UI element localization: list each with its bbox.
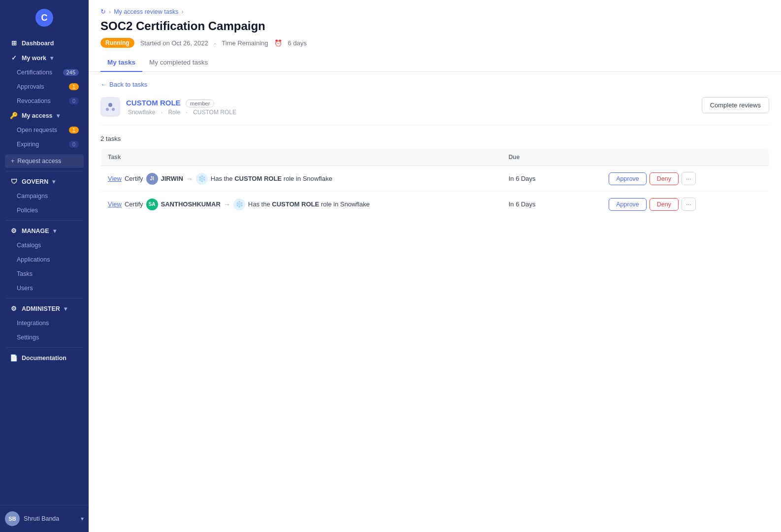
approve-button-2[interactable]: Approve <box>609 198 647 211</box>
role-details: CUSTOM ROLE member Snowflake · Role · CU… <box>126 99 238 116</box>
main-content: ↻ › My access review tasks › SOC2 Certif… <box>89 0 781 532</box>
tab-my-tasks[interactable]: My tasks <box>100 54 142 72</box>
more-button-1[interactable]: ··· <box>682 172 696 185</box>
sidebar-item-catalogs[interactable]: Catalogs <box>3 238 86 252</box>
sidebar-item-certifications[interactable]: Certifications 245 <box>3 66 86 79</box>
task-cell-2: View Certify SA SANTHOSHKUMAR → ❄️ Has t… <box>101 192 502 217</box>
deny-button-2[interactable]: Deny <box>650 198 679 211</box>
mywork-icon: ✓ <box>10 54 18 62</box>
col-due: Due <box>502 149 602 166</box>
actions-cell-2: Approve Deny ··· <box>602 192 769 217</box>
request-access-button[interactable]: + Request access <box>5 154 84 168</box>
sidebar-item-documentation[interactable]: 📄 Documentation <box>3 351 86 365</box>
col-task: Task <box>101 149 502 166</box>
chevron-down-icon: ▾ <box>64 305 67 312</box>
myaccess-icon: 🔑 <box>10 112 18 119</box>
tasks-count: 2 tasks <box>100 135 769 142</box>
action-buttons-2: Approve Deny ··· <box>609 198 762 211</box>
breadcrumb-sep2: › <box>181 8 183 15</box>
sidebar-item-settings[interactable]: Settings <box>3 331 86 344</box>
actions-cell-1: Approve Deny ··· <box>602 166 769 192</box>
sidebar-item-policies[interactable]: Policies <box>3 203 86 217</box>
manage-icon: ⚙ <box>10 227 18 234</box>
started-label: Started on Oct 26, 2022 <box>140 39 208 47</box>
user-avatar-2: SA <box>146 199 158 210</box>
complete-reviews-button[interactable]: Complete reviews <box>702 97 769 113</box>
sidebar-item-label: MANAGE <box>22 228 49 234</box>
sidebar-label: Approvals <box>17 83 44 90</box>
page-title: SOC2 Certification Campaign <box>100 19 769 33</box>
nav-divider <box>6 298 83 299</box>
task-cell-1: View Certify JI JIRWIN → ❄️ Has the CUST… <box>101 166 502 192</box>
more-button-2[interactable]: ··· <box>682 198 696 211</box>
certify-label-2: Certify <box>125 200 143 208</box>
sidebar-label: Settings <box>17 334 39 341</box>
snowflake-icon-2: ❄️ <box>233 199 245 210</box>
chevron-down-icon: ▾ <box>57 112 60 119</box>
sidebar-item-administer[interactable]: ⚙ ADMINISTER ▾ <box>3 301 86 316</box>
revocations-badge: 0 <box>69 98 79 104</box>
sidebar-label: Users <box>17 285 33 292</box>
certify-label-1: Certify <box>125 175 143 182</box>
content-area: ← Back to tasks CUSTOM ROLE member <box>89 72 781 532</box>
sidebar-item-tasks[interactable]: Tasks <box>3 267 86 281</box>
sidebar-item-expiring[interactable]: Expiring 0 <box>3 137 86 151</box>
sidebar-item-approvals[interactable]: Approvals 1 <box>3 80 86 94</box>
page-meta: Running Started on Oct 26, 2022 · Time R… <box>100 38 769 48</box>
back-to-tasks-link[interactable]: ← Back to tasks <box>100 81 769 88</box>
documentation-icon: 📄 <box>10 354 18 362</box>
deny-button-1[interactable]: Deny <box>650 172 679 185</box>
due-cell-2: In 6 Days <box>502 192 602 217</box>
sidebar-item-label: Dashboard <box>22 40 54 47</box>
role-tag: member <box>186 100 214 107</box>
task-content-2: View Certify SA SANTHOSHKUMAR → ❄️ Has t… <box>108 199 495 210</box>
approve-button-1[interactable]: Approve <box>609 172 647 185</box>
sidebar-item-applications[interactable]: Applications <box>3 253 86 266</box>
view-link-2[interactable]: View <box>108 200 122 208</box>
role-name-row: CUSTOM ROLE member <box>126 99 238 107</box>
administer-icon: ⚙ <box>10 305 18 312</box>
sidebar-item-label: My work <box>22 55 46 62</box>
certifications-badge: 245 <box>63 69 79 76</box>
role-path: Snowflake · Role · CUSTOM ROLE <box>126 109 238 116</box>
sidebar-label: Open requests <box>17 127 57 133</box>
refresh-icon[interactable]: ↻ <box>100 8 106 15</box>
user-menu-chevron: ▾ <box>81 515 84 522</box>
role-name[interactable]: CUSTOM ROLE <box>126 99 181 107</box>
breadcrumb-my-access[interactable]: My access review tasks <box>114 8 178 15</box>
sidebar-label: Expiring <box>17 141 39 148</box>
table-row: View Certify SA SANTHOSHKUMAR → ❄️ Has t… <box>101 192 769 217</box>
user-name: Shruti Banda <box>24 515 77 522</box>
sidebar-item-manage[interactable]: ⚙ MANAGE ▾ <box>3 224 86 238</box>
sidebar-label: Certifications <box>17 69 52 76</box>
expiring-badge: 0 <box>69 141 79 148</box>
sidebar-item-my-access[interactable]: 🔑 My access ▾ <box>3 108 86 123</box>
sidebar-item-label: GOVERN <box>22 178 48 185</box>
user-footer[interactable]: SB Shruti Banda ▾ <box>0 505 89 532</box>
clock-icon: ⏰ <box>274 39 282 47</box>
sidebar-item-users[interactable]: Users <box>3 281 86 295</box>
dashboard-icon: ⊞ <box>10 39 18 47</box>
role-header: CUSTOM ROLE member Snowflake · Role · CU… <box>100 97 769 125</box>
sidebar-item-campaigns[interactable]: Campaigns <box>3 189 86 203</box>
sidebar-item-govern[interactable]: 🛡 GOVERN ▾ <box>3 174 86 189</box>
sidebar-label: Revocations <box>17 98 51 104</box>
path-sep1: · <box>161 109 163 116</box>
sidebar-item-integrations[interactable]: Integrations <box>3 316 86 330</box>
breadcrumb-sep: › <box>109 8 111 15</box>
tab-completed-tasks[interactable]: My completed tasks <box>142 54 215 72</box>
breadcrumb: ↻ › My access review tasks › <box>89 0 781 19</box>
view-link-1[interactable]: View <box>108 175 122 182</box>
sidebar: C ⊞ Dashboard ✓ My work ▾ Certifications… <box>0 0 89 532</box>
username-2: SANTHOSHKUMAR <box>161 200 221 208</box>
chevron-down-icon: ▾ <box>53 228 56 234</box>
username-1: JIRWIN <box>161 175 183 182</box>
action-buttons-1: Approve Deny ··· <box>609 172 762 185</box>
avatar: SB <box>5 511 20 526</box>
sidebar-item-open-requests[interactable]: Open requests 1 <box>3 123 86 137</box>
task-content-1: View Certify JI JIRWIN → ❄️ Has the CUST… <box>108 173 495 185</box>
sidebar-item-dashboard[interactable]: ⊞ Dashboard <box>3 36 86 50</box>
sidebar-item-revocations[interactable]: Revocations 0 <box>3 94 86 108</box>
sidebar-item-my-work[interactable]: ✓ My work ▾ <box>3 51 86 65</box>
task-description-2: Has the CUSTOM ROLE role in Snowflake <box>248 200 370 208</box>
